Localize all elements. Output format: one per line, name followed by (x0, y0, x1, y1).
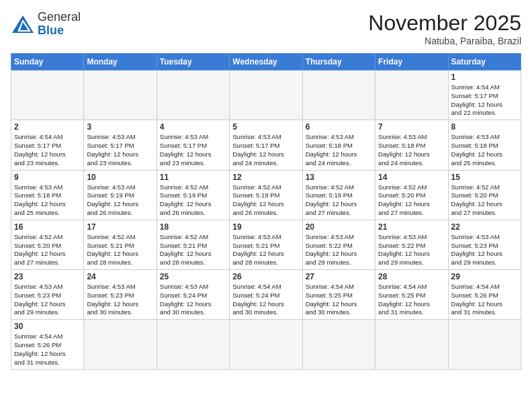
calendar-day-cell: 6Sunrise: 4:53 AM Sunset: 5:18 PM Daylig… (302, 120, 375, 170)
calendar-day-cell: 16Sunrise: 4:52 AM Sunset: 5:20 PM Dayli… (11, 220, 84, 269)
calendar-day-cell: 24Sunrise: 4:53 AM Sunset: 5:23 PM Dayli… (84, 270, 157, 320)
calendar-day-cell: 19Sunrise: 4:53 AM Sunset: 5:21 PM Dayli… (230, 220, 302, 269)
day-info: Sunrise: 4:53 AM Sunset: 5:22 PM Dayligh… (306, 233, 372, 267)
day-info: Sunrise: 4:52 AM Sunset: 5:21 PM Dayligh… (87, 233, 153, 267)
weekday-header-row: SundayMondayTuesdayWednesdayThursdayFrid… (11, 54, 521, 71)
day-number: 20 (306, 222, 372, 232)
calendar-day-cell (448, 320, 521, 369)
day-info: Sunrise: 4:53 AM Sunset: 5:18 PM Dayligh… (378, 133, 445, 167)
calendar-day-cell: 30Sunrise: 4:54 AM Sunset: 5:26 PM Dayli… (11, 320, 84, 369)
calendar-day-cell: 18Sunrise: 4:52 AM Sunset: 5:21 PM Dayli… (157, 220, 229, 269)
day-info: Sunrise: 4:53 AM Sunset: 5:18 PM Dayligh… (306, 133, 372, 167)
weekday-header: Thursday (302, 54, 375, 71)
logo: General Blue (11, 11, 81, 38)
calendar-day-cell: 1Sunrise: 4:54 AM Sunset: 5:17 PM Daylig… (448, 71, 521, 120)
day-number: 21 (378, 222, 445, 232)
day-number: 26 (232, 272, 299, 281)
calendar-day-cell (84, 71, 157, 120)
calendar-day-cell (157, 71, 229, 120)
calendar-table: SundayMondayTuesdayWednesdayThursdayFrid… (11, 53, 521, 370)
day-number: 27 (306, 272, 372, 281)
day-number: 28 (378, 272, 445, 281)
calendar-day-cell: 2Sunrise: 4:54 AM Sunset: 5:17 PM Daylig… (11, 120, 84, 170)
calendar-day-cell: 15Sunrise: 4:52 AM Sunset: 5:20 PM Dayli… (448, 170, 521, 220)
day-info: Sunrise: 4:52 AM Sunset: 5:20 PM Dayligh… (14, 233, 81, 267)
weekday-header: Sunday (11, 54, 84, 71)
day-number: 18 (160, 222, 226, 232)
day-number: 16 (14, 222, 81, 232)
day-number: 4 (160, 122, 226, 132)
day-number: 19 (232, 222, 299, 232)
day-info: Sunrise: 4:53 AM Sunset: 5:17 PM Dayligh… (87, 133, 153, 167)
day-info: Sunrise: 4:52 AM Sunset: 5:20 PM Dayligh… (378, 183, 445, 218)
title-block: November 2025 Natuba, Paraiba, Brazil (368, 11, 521, 46)
calendar-day-cell: 7Sunrise: 4:53 AM Sunset: 5:18 PM Daylig… (375, 120, 448, 170)
day-info: Sunrise: 4:54 AM Sunset: 5:17 PM Dayligh… (451, 83, 518, 118)
weekday-header: Wednesday (230, 54, 302, 71)
calendar-day-cell: 29Sunrise: 4:54 AM Sunset: 5:26 PM Dayli… (448, 270, 521, 320)
day-info: Sunrise: 4:54 AM Sunset: 5:24 PM Dayligh… (232, 283, 299, 317)
day-info: Sunrise: 4:53 AM Sunset: 5:18 PM Dayligh… (451, 133, 518, 167)
day-info: Sunrise: 4:54 AM Sunset: 5:26 PM Dayligh… (451, 283, 518, 317)
day-number: 14 (378, 173, 445, 182)
calendar-day-cell: 3Sunrise: 4:53 AM Sunset: 5:17 PM Daylig… (84, 120, 157, 170)
calendar-day-cell: 4Sunrise: 4:53 AM Sunset: 5:17 PM Daylig… (157, 120, 229, 170)
weekday-header: Monday (84, 54, 157, 71)
day-number: 25 (160, 272, 226, 281)
day-info: Sunrise: 4:52 AM Sunset: 5:21 PM Dayligh… (160, 233, 226, 267)
day-number: 1 (451, 73, 518, 82)
calendar-day-cell (11, 71, 84, 120)
day-info: Sunrise: 4:54 AM Sunset: 5:25 PM Dayligh… (378, 283, 445, 317)
day-info: Sunrise: 4:54 AM Sunset: 5:25 PM Dayligh… (306, 283, 372, 317)
calendar-day-cell: 28Sunrise: 4:54 AM Sunset: 5:25 PM Dayli… (375, 270, 448, 320)
calendar-week-row: 16Sunrise: 4:52 AM Sunset: 5:20 PM Dayli… (11, 220, 521, 269)
day-number: 17 (87, 222, 153, 232)
calendar-day-cell: 9Sunrise: 4:53 AM Sunset: 5:18 PM Daylig… (11, 170, 84, 220)
calendar-day-cell (230, 320, 302, 369)
calendar-day-cell: 10Sunrise: 4:53 AM Sunset: 5:19 PM Dayli… (84, 170, 157, 220)
calendar-day-cell: 22Sunrise: 4:53 AM Sunset: 5:23 PM Dayli… (448, 220, 521, 269)
day-number: 29 (451, 272, 518, 281)
day-info: Sunrise: 4:52 AM Sunset: 5:19 PM Dayligh… (160, 183, 226, 218)
calendar-week-row: 1Sunrise: 4:54 AM Sunset: 5:17 PM Daylig… (11, 71, 521, 120)
calendar-day-cell: 11Sunrise: 4:52 AM Sunset: 5:19 PM Dayli… (157, 170, 229, 220)
weekday-header: Friday (375, 54, 448, 71)
day-info: Sunrise: 4:52 AM Sunset: 5:19 PM Dayligh… (232, 183, 299, 218)
calendar-day-cell: 12Sunrise: 4:52 AM Sunset: 5:19 PM Dayli… (230, 170, 302, 220)
weekday-header: Saturday (448, 54, 521, 71)
calendar-day-cell: 13Sunrise: 4:52 AM Sunset: 5:19 PM Dayli… (302, 170, 375, 220)
day-info: Sunrise: 4:53 AM Sunset: 5:19 PM Dayligh… (87, 183, 153, 218)
day-info: Sunrise: 4:53 AM Sunset: 5:17 PM Dayligh… (232, 133, 299, 167)
day-number: 6 (306, 122, 372, 132)
calendar-week-row: 23Sunrise: 4:53 AM Sunset: 5:23 PM Dayli… (11, 270, 521, 320)
calendar-day-cell: 14Sunrise: 4:52 AM Sunset: 5:20 PM Dayli… (375, 170, 448, 220)
day-info: Sunrise: 4:54 AM Sunset: 5:17 PM Dayligh… (14, 133, 81, 167)
day-info: Sunrise: 4:52 AM Sunset: 5:19 PM Dayligh… (306, 183, 372, 218)
day-number: 24 (87, 272, 153, 281)
calendar-day-cell: 27Sunrise: 4:54 AM Sunset: 5:25 PM Dayli… (302, 270, 375, 320)
day-info: Sunrise: 4:53 AM Sunset: 5:17 PM Dayligh… (160, 133, 226, 167)
calendar-day-cell: 23Sunrise: 4:53 AM Sunset: 5:23 PM Dayli… (11, 270, 84, 320)
calendar-day-cell (157, 320, 229, 369)
month-title: November 2025 (368, 11, 521, 36)
page-header: General Blue November 2025 Natuba, Parai… (11, 11, 521, 46)
weekday-header: Tuesday (157, 54, 229, 71)
calendar-day-cell (375, 71, 448, 120)
day-info: Sunrise: 4:53 AM Sunset: 5:18 PM Dayligh… (14, 183, 81, 218)
day-number: 23 (14, 272, 81, 281)
day-number: 11 (160, 173, 226, 182)
calendar-day-cell: 21Sunrise: 4:53 AM Sunset: 5:22 PM Dayli… (375, 220, 448, 269)
day-number: 2 (14, 122, 81, 132)
day-info: Sunrise: 4:53 AM Sunset: 5:23 PM Dayligh… (451, 233, 518, 267)
calendar-day-cell: 26Sunrise: 4:54 AM Sunset: 5:24 PM Dayli… (230, 270, 302, 320)
day-number: 22 (451, 222, 518, 232)
calendar-day-cell: 5Sunrise: 4:53 AM Sunset: 5:17 PM Daylig… (230, 120, 302, 170)
day-number: 12 (232, 173, 299, 182)
day-number: 30 (14, 322, 81, 331)
day-info: Sunrise: 4:53 AM Sunset: 5:23 PM Dayligh… (14, 283, 81, 317)
calendar-day-cell (375, 320, 448, 369)
calendar-day-cell: 17Sunrise: 4:52 AM Sunset: 5:21 PM Dayli… (84, 220, 157, 269)
day-number: 9 (14, 173, 81, 182)
calendar-day-cell: 25Sunrise: 4:53 AM Sunset: 5:24 PM Dayli… (157, 270, 229, 320)
calendar-day-cell: 8Sunrise: 4:53 AM Sunset: 5:18 PM Daylig… (448, 120, 521, 170)
